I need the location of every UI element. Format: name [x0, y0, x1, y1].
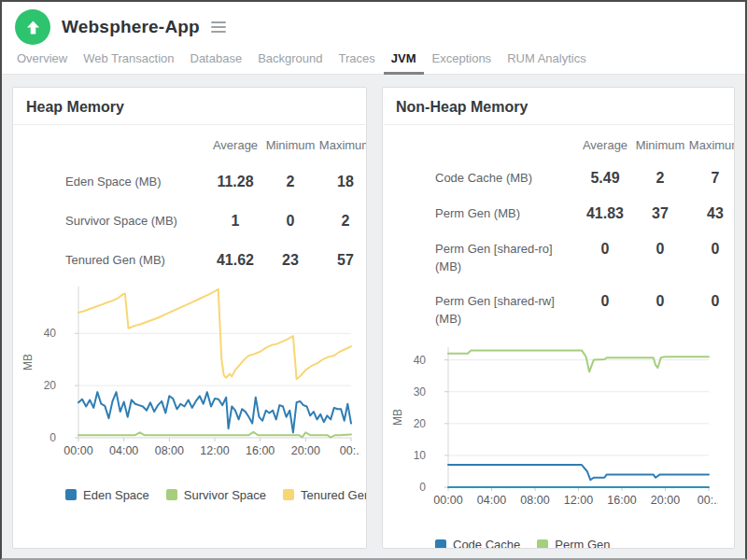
avg-value: 0: [575, 241, 635, 258]
divider: [384, 124, 733, 125]
column-header-minimum: Minimum: [265, 138, 316, 152]
hamburger-menu-icon[interactable]: [211, 21, 226, 33]
nonheap-chart-container: 01020304000:0004:0008:0012:0016:0020:000…: [388, 340, 734, 519]
max-value: 2: [316, 213, 367, 230]
tab-overview[interactable]: Overview: [17, 51, 67, 74]
min-value: 2: [265, 174, 316, 190]
max-value: 57: [316, 252, 367, 269]
application-window: Websphere-App Overview Web Transaction D…: [0, 0, 747, 560]
svg-text:04:00: 04:00: [477, 494, 506, 507]
svg-text:10: 10: [414, 449, 427, 462]
column-header-maximum: Maximum: [685, 138, 735, 152]
svg-text:16:00: 16:00: [246, 444, 275, 457]
row-label: Survivor Space (MB): [65, 213, 205, 231]
svg-text:12:00: 12:00: [200, 444, 229, 457]
content-area: Heap Memory Average Minimum Maximum Eden…: [2, 75, 745, 558]
table-row: Perm Gen [shared-ro] (MB) 0 0 0: [435, 241, 734, 276]
svg-text:40: 40: [414, 354, 427, 367]
heap-chart-container: 0204000:0004:0008:0012:0016:0020:0000:..…: [19, 279, 366, 469]
non-heap-memory-panel: Non-Heap Memory Average Minimum Maximum …: [382, 87, 735, 549]
heap-chart-legend: Eden Space Survivor Space Tenured Gen: [65, 488, 366, 502]
svg-text:16:00: 16:00: [607, 494, 636, 507]
svg-text:00:..: 00:..: [698, 494, 718, 507]
legend-label: Survivor Space: [184, 488, 266, 502]
legend-swatch: [435, 539, 446, 549]
row-label: Tenured Gen (MB): [65, 252, 205, 270]
svg-text:20:00: 20:00: [291, 444, 320, 457]
row-label: Code Cache (MB): [435, 170, 575, 188]
tab-database[interactable]: Database: [190, 51, 243, 74]
max-value: 0: [685, 241, 735, 258]
svg-text:MB: MB: [391, 409, 404, 426]
divider: [14, 124, 365, 125]
column-header-average: Average: [575, 138, 635, 152]
row-label: Eden Space (MB): [65, 174, 205, 191]
svg-text:40: 40: [44, 327, 57, 340]
avg-value: 11.28: [205, 174, 265, 190]
avg-value: 5.49: [575, 170, 635, 187]
svg-text:04:00: 04:00: [109, 444, 138, 457]
row-label: Perm Gen [shared-ro] (MB): [435, 241, 575, 276]
legend-swatch: [283, 489, 294, 500]
max-value: 0: [685, 293, 735, 310]
table-row: Perm Gen [shared-rw] (MB) 0 0 0: [435, 293, 734, 329]
tab-web-transaction[interactable]: Web Transaction: [83, 51, 174, 74]
svg-text:20: 20: [44, 379, 57, 392]
legend-item-eden-space[interactable]: Eden Space: [65, 488, 149, 502]
table-row: Code Cache (MB) 5.49 2 7: [435, 170, 734, 188]
max-value: 43: [685, 205, 735, 222]
tab-exceptions[interactable]: Exceptions: [432, 51, 492, 74]
non-heap-memory-chart[interactable]: 01020304000:0004:0008:0012:0016:0020:000…: [388, 340, 718, 515]
max-value: 7: [685, 170, 735, 187]
row-label: Perm Gen [shared-rw] (MB): [435, 293, 575, 329]
avg-value: 41.83: [575, 205, 635, 222]
svg-text:20:00: 20:00: [651, 494, 680, 507]
svg-text:0: 0: [49, 431, 56, 444]
avg-value: 41.62: [205, 252, 265, 269]
legend-label: Perm Gen: [555, 538, 610, 549]
app-status-icon: [15, 9, 50, 45]
column-header-maximum: Maximum: [316, 138, 367, 152]
min-value: 0: [635, 293, 685, 310]
svg-text:12:00: 12:00: [564, 494, 593, 507]
column-header-minimum: Minimum: [635, 138, 685, 152]
app-title: Websphere-App: [62, 17, 200, 37]
legend-label: Tenured Gen: [301, 488, 367, 502]
heap-memory-panel: Heap Memory Average Minimum Maximum Eden…: [12, 87, 367, 549]
min-value: 0: [265, 213, 316, 230]
nonheap-panel-title: Non-Heap Memory: [383, 88, 734, 124]
min-value: 37: [635, 205, 685, 222]
arrow-up-icon: [25, 20, 41, 35]
legend-label: Eden Space: [83, 488, 149, 502]
heap-metrics-table: Average Minimum Maximum Eden Space (MB) …: [65, 138, 366, 270]
tab-traces[interactable]: Traces: [339, 51, 375, 74]
table-header-row: Average Minimum Maximum: [65, 138, 366, 152]
tab-rum-analytics[interactable]: RUM Analytics: [507, 51, 586, 74]
legend-label: Code Cache: [453, 538, 520, 549]
column-header-average: Average: [205, 138, 265, 152]
table-row: Eden Space (MB) 11.28 2 18: [65, 174, 366, 191]
svg-text:30: 30: [414, 385, 427, 399]
legend-swatch: [166, 489, 177, 500]
max-value: 18: [316, 174, 367, 190]
heap-memory-chart[interactable]: 0204000:0004:0008:0012:0016:0020:0000:..…: [19, 279, 360, 466]
svg-text:20: 20: [414, 417, 427, 430]
min-value: 0: [635, 241, 685, 258]
table-row: Perm Gen (MB) 41.83 37 43: [435, 205, 734, 223]
tab-jvm[interactable]: JVM: [391, 51, 416, 74]
legend-item-code-cache[interactable]: Code Cache: [435, 538, 520, 549]
table-header-row: Average Minimum Maximum: [435, 138, 734, 152]
legend-swatch: [537, 539, 548, 549]
svg-text:00:00: 00:00: [63, 444, 92, 457]
tab-background[interactable]: Background: [258, 51, 322, 74]
legend-item-survivor-space[interactable]: Survivor Space: [166, 488, 266, 502]
svg-text:08:00: 08:00: [520, 494, 549, 507]
legend-item-perm-gen[interactable]: Perm Gen: [537, 538, 610, 549]
heap-panel-title: Heap Memory: [13, 88, 366, 124]
min-value: 2: [635, 170, 685, 187]
legend-item-tenured-gen[interactable]: Tenured Gen: [283, 488, 367, 502]
table-row: Survivor Space (MB) 1 0 2: [65, 213, 366, 231]
min-value: 23: [265, 252, 316, 269]
svg-text:0: 0: [419, 481, 426, 494]
svg-text:00:..: 00:..: [340, 444, 360, 457]
